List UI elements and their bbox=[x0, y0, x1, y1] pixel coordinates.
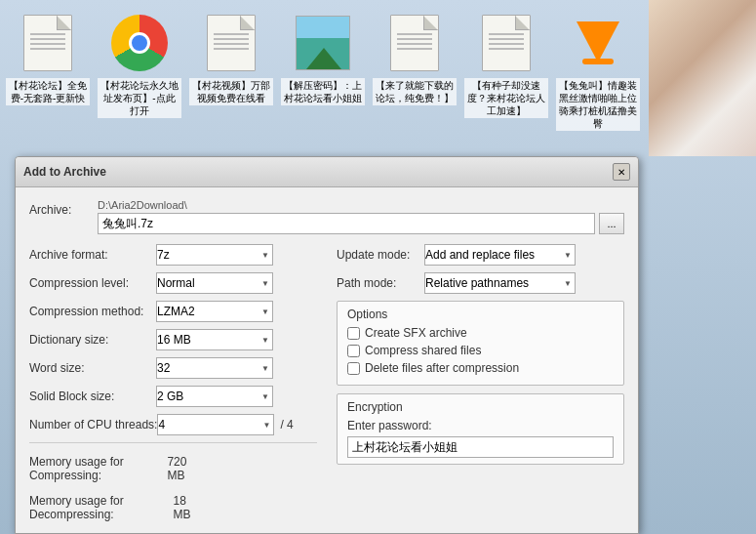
compression-level-select[interactable]: Normal Store Fastest Fast Maximum Ultra bbox=[156, 272, 273, 294]
compress-shared-checkbox[interactable] bbox=[347, 345, 360, 357]
sidebar-item-icon-video[interactable]: 【村花视频】万部视频免费在线看 bbox=[187, 8, 275, 109]
path-mode-select[interactable]: Relative pathnames No pathnames Absolute… bbox=[424, 272, 576, 294]
right-thumbnail bbox=[649, 0, 756, 156]
sidebar-item-icon-speed[interactable]: 【有种子却没速度？来村花论坛人工加速】 bbox=[462, 8, 550, 122]
update-mode-label: Update mode: bbox=[337, 248, 424, 262]
archive-format-label: Archive format: bbox=[29, 248, 156, 262]
left-column: Archive format: 7z zip tar Compression l… bbox=[29, 244, 317, 521]
create-sfx-row: Create SFX archive bbox=[347, 326, 614, 340]
archive-inputs: D:\Aria2Download\ ... bbox=[98, 199, 624, 234]
solid-block-select[interactable]: 2 GB Non-solid 1 MB 512 MB 1 GB 4 GB bbox=[156, 386, 273, 407]
archive-label: Archive: bbox=[29, 199, 98, 217]
compression-level-row: Compression level: Normal Store Fastest … bbox=[29, 272, 317, 294]
compression-method-select[interactable]: LZMA2 LZMA PPMd BZip2 bbox=[156, 301, 273, 322]
compression-level-select-wrap: Normal Store Fastest Fast Maximum Ultra bbox=[156, 272, 273, 294]
icon-label-4: 【解压密码】：上村花论坛看小姐姐 bbox=[281, 78, 365, 105]
sidebar-item-icon-free-route[interactable]: 【村花论坛】全免费-无套路-更新快 bbox=[4, 8, 92, 109]
archive-name-input[interactable] bbox=[98, 213, 595, 234]
word-size-select-wrap: 32 8 16 64 bbox=[156, 357, 273, 379]
vlc-icon bbox=[567, 12, 629, 74]
sidebar-item-icon-download[interactable]: 【来了就能下载的论坛，纯免费！】 bbox=[371, 8, 458, 109]
compression-level-label: Compression level: bbox=[29, 276, 156, 290]
dictionary-size-select-wrap: 16 MB 1 MB 4 MB 8 MB 32 MB bbox=[156, 329, 273, 350]
icon-label-7: 【兔兔叫】情趣装黑丝激情啪啪上位骑乘打桩机猛撸美臀 bbox=[556, 78, 640, 131]
archive-name-row: ... bbox=[98, 213, 624, 234]
memory-decompress-row: Memory usage for Decompressing: 18 MB bbox=[29, 490, 317, 521]
memory-compress-value: 720 MB bbox=[167, 455, 200, 482]
options-group: Options Create SFX archive Compress shar… bbox=[337, 301, 624, 386]
delete-files-checkbox[interactable] bbox=[347, 362, 360, 375]
options-group-title: Options bbox=[347, 308, 614, 321]
archive-row: Archive: D:\Aria2Download\ ... bbox=[29, 199, 624, 234]
chrome-icon bbox=[108, 12, 171, 74]
file-icon-5 bbox=[383, 12, 446, 74]
delete-files-label: Delete files after compression bbox=[365, 361, 519, 375]
archive-format-row: Archive format: 7z zip tar bbox=[29, 244, 317, 266]
encryption-group: Encryption Enter password: bbox=[337, 393, 624, 465]
desktop: 【村花论坛】全免费-无套路-更新快 【村花论坛永久地址发布页】-点此打开 bbox=[0, 0, 756, 534]
sidebar-item-icon-password[interactable]: 【解压密码】：上村花论坛看小姐姐 bbox=[279, 8, 367, 109]
solid-block-label: Solid Block size: bbox=[29, 390, 156, 403]
dictionary-size-label: Dictionary size: bbox=[29, 333, 156, 347]
icon-label-1: 【村花论坛】全免费-无套路-更新快 bbox=[6, 78, 90, 105]
memory-compress-label: Memory usage for Compressing: bbox=[29, 455, 167, 482]
icon-label-5: 【来了就能下载的论坛，纯免费！】 bbox=[373, 78, 457, 105]
dictionary-size-select[interactable]: 16 MB 1 MB 4 MB 8 MB 32 MB bbox=[156, 329, 273, 350]
memory-decompress-value: 18 MB bbox=[174, 494, 200, 521]
delete-files-row: Delete files after compression bbox=[347, 361, 614, 375]
update-mode-row: Update mode: Add and replace files Updat… bbox=[337, 244, 624, 266]
divider-1 bbox=[29, 442, 317, 443]
landscape-icon bbox=[292, 12, 354, 74]
cpu-threads-select-wrap: 4 1 2 8 bbox=[157, 414, 274, 435]
dialog-body: Archive: D:\Aria2Download\ ... Archive f… bbox=[16, 187, 638, 533]
archive-format-select[interactable]: 7z zip tar bbox=[156, 244, 273, 266]
path-mode-select-wrap: Relative pathnames No pathnames Absolute… bbox=[424, 272, 576, 294]
memory-decompress-label: Memory usage for Decompressing: bbox=[29, 494, 174, 521]
file-icon-3 bbox=[200, 12, 262, 74]
compression-method-select-wrap: LZMA2 LZMA PPMd BZip2 bbox=[156, 301, 273, 322]
browse-button[interactable]: ... bbox=[599, 213, 624, 234]
dialog-close-button[interactable]: ✕ bbox=[613, 163, 630, 181]
right-column: Update mode: Add and replace files Updat… bbox=[337, 244, 624, 521]
sidebar-item-icon-forum-url[interactable]: 【村花论坛永久地址发布页】-点此打开 bbox=[96, 8, 183, 122]
dialog-titlebar: Add to Archive ✕ bbox=[16, 157, 638, 187]
icon-label-3: 【村花视频】万部视频免费在线看 bbox=[189, 78, 273, 105]
file-icon-1 bbox=[17, 12, 79, 74]
cpu-threads-select[interactable]: 4 1 2 8 bbox=[157, 414, 274, 435]
file-icon-6 bbox=[475, 12, 537, 74]
two-column-layout: Archive format: 7z zip tar Compression l… bbox=[29, 244, 624, 521]
sidebar-item-icon-girl[interactable]: 【兔兔叫】情趣装黑丝激情啪啪上位骑乘打桩机猛撸美臀 bbox=[554, 8, 642, 135]
compression-method-row: Compression method: LZMA2 LZMA PPMd BZip… bbox=[29, 301, 317, 322]
create-sfx-checkbox[interactable] bbox=[347, 327, 360, 340]
path-mode-label: Path mode: bbox=[337, 276, 424, 290]
archive-format-select-wrap: 7z zip tar bbox=[156, 244, 273, 266]
path-mode-row: Path mode: Relative pathnames No pathnam… bbox=[337, 272, 624, 294]
encryption-title: Encryption bbox=[347, 400, 614, 414]
solid-block-select-wrap: 2 GB Non-solid 1 MB 512 MB 1 GB 4 GB bbox=[156, 386, 273, 407]
password-input[interactable] bbox=[347, 436, 614, 458]
icon-label-6: 【有种子却没速度？来村花论坛人工加速】 bbox=[464, 78, 548, 118]
word-size-label: Word size: bbox=[29, 361, 156, 375]
update-mode-select[interactable]: Add and replace files Update and add fil… bbox=[424, 244, 576, 266]
dialog-title: Add to Archive bbox=[23, 165, 106, 179]
compression-method-label: Compression method: bbox=[29, 305, 156, 318]
cpu-threads-label: Number of CPU threads: bbox=[29, 418, 157, 431]
word-size-row: Word size: 32 8 16 64 bbox=[29, 357, 317, 379]
memory-compress-row: Memory usage for Compressing: 720 MB bbox=[29, 451, 317, 482]
cpu-threads-suffix: / 4 bbox=[280, 418, 293, 431]
create-sfx-label: Create SFX archive bbox=[365, 326, 467, 340]
archive-path-hint: D:\Aria2Download\ bbox=[98, 199, 624, 211]
update-mode-select-wrap: Add and replace files Update and add fil… bbox=[424, 244, 576, 266]
desktop-icons-row: 【村花论坛】全免费-无套路-更新快 【村花论坛永久地址发布页】-点此打开 bbox=[0, 0, 756, 143]
word-size-select[interactable]: 32 8 16 64 bbox=[156, 357, 273, 379]
add-to-archive-dialog: Add to Archive ✕ Archive: D:\Aria2Downlo… bbox=[15, 156, 639, 534]
cpu-threads-row: Number of CPU threads: 4 1 2 8 / 4 bbox=[29, 414, 317, 435]
icon-label-2: 【村花论坛永久地址发布页】-点此打开 bbox=[98, 78, 181, 118]
compress-shared-label: Compress shared files bbox=[365, 344, 481, 357]
compress-shared-row: Compress shared files bbox=[347, 344, 614, 357]
enter-password-label: Enter password: bbox=[347, 419, 614, 432]
solid-block-row: Solid Block size: 2 GB Non-solid 1 MB 51… bbox=[29, 386, 317, 407]
dictionary-size-row: Dictionary size: 16 MB 1 MB 4 MB 8 MB 32… bbox=[29, 329, 317, 350]
